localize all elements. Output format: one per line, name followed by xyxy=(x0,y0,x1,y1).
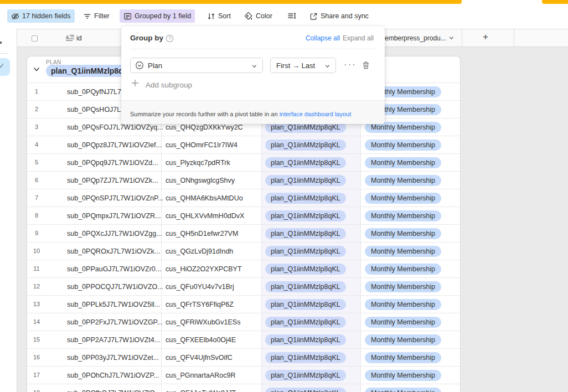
svg-text:?: ? xyxy=(168,35,171,41)
svg-text:A: A xyxy=(66,34,69,39)
